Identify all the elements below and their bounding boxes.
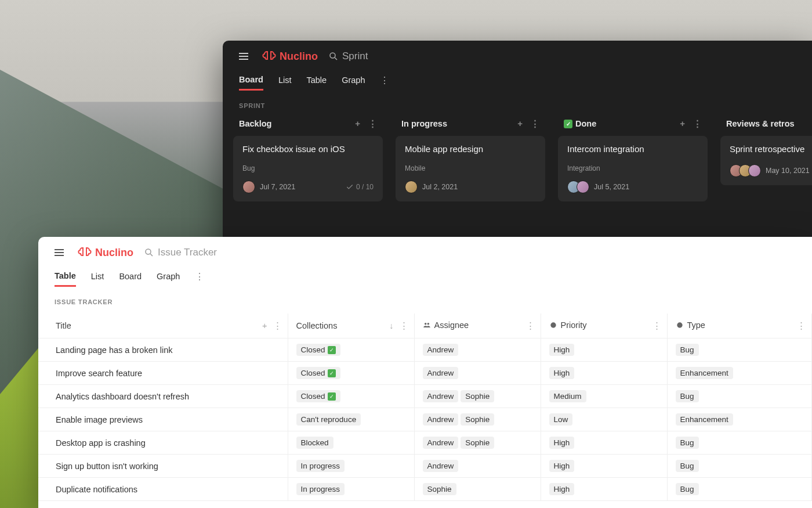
col-header-title[interactable]: Title + ⋮ bbox=[38, 314, 288, 338]
search-input[interactable]: Sprint bbox=[328, 51, 368, 62]
table-row[interactable]: Landing page has a broken linkClosed✓And… bbox=[38, 338, 812, 362]
add-card-icon[interactable]: + bbox=[680, 118, 685, 129]
col-header-type[interactable]: Type ⋮ bbox=[667, 314, 812, 338]
assignee-pill[interactable]: Andrew bbox=[423, 367, 459, 379]
type-pill[interactable]: Enhancement bbox=[676, 413, 733, 426]
type-pill[interactable]: Bug bbox=[676, 390, 699, 402]
collection-pill[interactable]: In progress bbox=[296, 460, 345, 472]
board-column: In progress+⋮Mobile app redesignMobileJu… bbox=[396, 117, 545, 210]
priority-pill[interactable]: High bbox=[549, 460, 575, 472]
checklist-count: 0 / 10 bbox=[346, 183, 374, 191]
add-icon[interactable]: + bbox=[262, 321, 267, 330]
menu-icon[interactable] bbox=[235, 49, 252, 63]
table-row[interactable]: Duplicate notificationsIn progressSophie… bbox=[38, 478, 812, 501]
table-row[interactable]: Improve search featureClosed✓AndrewHighE… bbox=[38, 362, 812, 385]
card-title: Fix checkbox issue on iOS bbox=[242, 144, 374, 154]
tab-list[interactable]: List bbox=[91, 267, 104, 286]
brand-logo[interactable]: Nuclino bbox=[262, 49, 318, 63]
menu-icon[interactable] bbox=[51, 246, 67, 260]
cell-type: Bug bbox=[667, 478, 812, 501]
more-views-icon[interactable]: ⋮ bbox=[380, 75, 389, 86]
column-menu-icon[interactable]: ⋮ bbox=[526, 321, 535, 330]
select-icon bbox=[676, 321, 684, 329]
search-icon bbox=[328, 51, 339, 62]
column-menu-icon[interactable]: ⋮ bbox=[693, 118, 702, 129]
avatar bbox=[748, 164, 761, 177]
type-pill[interactable]: Bug bbox=[676, 460, 699, 472]
tab-table[interactable]: Table bbox=[306, 71, 327, 89]
collection-pill[interactable]: Blocked bbox=[296, 437, 334, 449]
column-menu-icon[interactable]: ⋮ bbox=[368, 118, 377, 129]
column-menu-icon[interactable]: ⋮ bbox=[273, 321, 282, 330]
type-pill[interactable]: Enhancement bbox=[676, 367, 733, 379]
table-row[interactable]: Desktop app is crashingBlockedAndrewSoph… bbox=[38, 431, 812, 455]
type-pill[interactable]: Bug bbox=[676, 483, 699, 495]
assignee-pill[interactable]: Sophie bbox=[461, 413, 494, 426]
sort-down-icon[interactable]: ↓ bbox=[389, 321, 393, 330]
collection-pill[interactable]: In progress bbox=[296, 483, 345, 495]
table-row[interactable]: Sign up button isn't workingIn progressA… bbox=[38, 455, 812, 478]
assignee-pill[interactable]: Sophie bbox=[461, 390, 494, 402]
brand-logo[interactable]: Nuclino bbox=[78, 246, 133, 260]
cell-priority: Medium bbox=[541, 385, 667, 408]
column-title-label: Reviews & retros bbox=[726, 119, 795, 128]
table-row[interactable]: Enable image previewsCan't reproduceAndr… bbox=[38, 408, 812, 431]
collection-pill[interactable]: Closed✓ bbox=[296, 344, 340, 356]
assignee-pill[interactable]: Andrew bbox=[423, 460, 459, 472]
svg-point-0 bbox=[330, 53, 335, 58]
more-views-icon[interactable]: ⋮ bbox=[195, 271, 204, 282]
check-icon: ✓ bbox=[328, 369, 336, 377]
card-date: Jul 7, 2021 bbox=[260, 183, 295, 191]
cell-title: Landing page has a broken link bbox=[38, 338, 288, 362]
avatar-group bbox=[405, 181, 418, 193]
column-menu-icon[interactable]: ⋮ bbox=[797, 321, 806, 330]
assignee-pill[interactable]: Andrew bbox=[423, 344, 459, 356]
tab-board[interactable]: Board bbox=[239, 70, 263, 91]
collection-pill[interactable]: Closed✓ bbox=[296, 390, 340, 402]
board-card[interactable]: Sprint retrospectiveMay 10, 2021 bbox=[720, 136, 812, 185]
table-header-row: Title + ⋮ Collections ↓ ⋮ bbox=[38, 314, 812, 338]
board-card[interactable]: Mobile app redesignMobileJul 2, 2021 bbox=[396, 136, 545, 201]
type-pill[interactable]: Bug bbox=[676, 437, 699, 449]
column-menu-icon[interactable]: ⋮ bbox=[400, 321, 408, 330]
collection-pill[interactable]: Closed✓ bbox=[296, 367, 340, 379]
priority-pill[interactable]: High bbox=[549, 483, 575, 495]
tab-board[interactable]: Board bbox=[119, 267, 142, 286]
type-pill[interactable]: Bug bbox=[676, 344, 699, 356]
assignee-pill[interactable]: Andrew bbox=[423, 437, 459, 449]
column-menu-icon[interactable]: ⋮ bbox=[531, 118, 539, 129]
assignee-pill[interactable]: Andrew bbox=[423, 413, 459, 426]
priority-pill[interactable]: High bbox=[549, 437, 575, 449]
add-card-icon[interactable]: + bbox=[355, 118, 360, 129]
tab-graph[interactable]: Graph bbox=[342, 71, 365, 89]
tab-table[interactable]: Table bbox=[55, 266, 76, 287]
assignee-pill[interactable]: Sophie bbox=[461, 437, 494, 449]
priority-pill[interactable]: High bbox=[549, 344, 575, 356]
cell-assignee: Andrew bbox=[414, 338, 541, 362]
col-header-priority[interactable]: Priority ⋮ bbox=[541, 314, 667, 338]
search-input[interactable]: Issue Tracker bbox=[144, 247, 217, 258]
col-header-assignee[interactable]: Assignee ⋮ bbox=[414, 314, 541, 338]
assignee-pill[interactable]: Sophie bbox=[423, 483, 456, 495]
priority-pill[interactable]: Medium bbox=[549, 390, 586, 402]
assignee-pill[interactable]: Andrew bbox=[423, 390, 459, 402]
collection-pill[interactable]: Can't reproduce bbox=[296, 413, 361, 426]
card-date: Jul 5, 2021 bbox=[594, 183, 629, 191]
cell-title: Desktop app is crashing bbox=[38, 431, 288, 455]
col-header-collections[interactable]: Collections ↓ ⋮ bbox=[288, 314, 414, 338]
cell-assignee: AndrewSophie bbox=[414, 431, 541, 455]
priority-pill[interactable]: High bbox=[549, 367, 575, 379]
cell-type: Bug bbox=[667, 431, 812, 455]
table-row[interactable]: Analytics dashboard doesn't refreshClose… bbox=[38, 385, 812, 408]
brain-icon bbox=[262, 49, 276, 63]
tab-graph[interactable]: Graph bbox=[157, 267, 180, 286]
add-card-icon[interactable]: + bbox=[517, 118, 523, 129]
column-menu-icon[interactable]: ⋮ bbox=[652, 321, 661, 330]
priority-pill[interactable]: Low bbox=[549, 413, 573, 426]
tab-list[interactable]: List bbox=[278, 71, 292, 89]
cell-priority: High bbox=[541, 431, 667, 455]
cell-title: Analytics dashboard doesn't refresh bbox=[38, 385, 288, 408]
board-card[interactable]: Fix checkbox issue on iOSBugJul 7, 20210… bbox=[233, 136, 383, 201]
cell-assignee: AndrewSophie bbox=[414, 408, 541, 431]
board-card[interactable]: Intercom integrationIntegrationJul 5, 20… bbox=[558, 136, 708, 201]
